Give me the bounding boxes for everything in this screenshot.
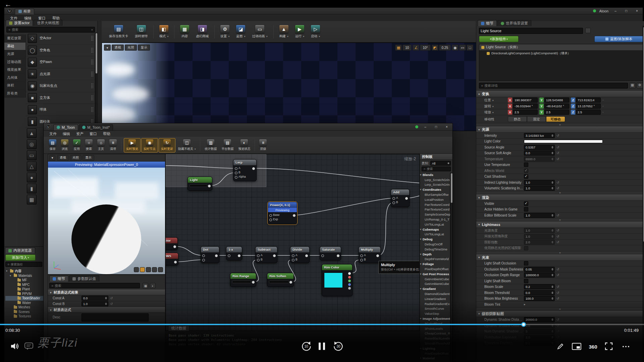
- toolbar-settings[interactable]: ⚙设置 ▾: [218, 24, 232, 40]
- preview-cycle-icon[interactable]: [152, 267, 157, 272]
- tab-world-settings[interactable]: 世界场景设置: [497, 20, 531, 26]
- mat-toolbar-search[interactable]: ○搜索: [83, 138, 95, 152]
- viewport-mode-0[interactable]: 透视: [112, 45, 124, 51]
- fullscreen-button[interactable]: [604, 342, 613, 351]
- output-pin[interactable]: [293, 214, 296, 217]
- input-pin[interactable]: [235, 176, 237, 179]
- input-pin[interactable]: [321, 254, 324, 257]
- palette-group[interactable]: ▾Cubemaps: [420, 227, 452, 232]
- content-tree-item[interactable]: ▾内容: [5, 269, 46, 274]
- preview-grid-icon[interactable]: [146, 267, 151, 272]
- progress-bar[interactable]: [0, 324, 644, 325]
- back-button[interactable]: ←: [5, 1, 11, 8]
- output-pin[interactable]: [348, 283, 351, 286]
- stairs-icon[interactable]: ▦: [27, 195, 37, 204]
- details-filter-icon[interactable]: ▦: [629, 83, 636, 88]
- checkbox[interactable]: [524, 261, 528, 265]
- graph-node-subtract[interactable]: SubtractAB: [255, 246, 277, 263]
- graph-node-pixnorm[interactable]: alWS: [165, 253, 178, 265]
- palette-item[interactable]: PanTextureCoord: [420, 202, 452, 207]
- graph-node-multiply[interactable]: MultiplyAB: [359, 246, 381, 263]
- output-pin[interactable]: [273, 254, 276, 257]
- place-item[interactable]: ☀点光源: [26, 68, 96, 80]
- pyramid-icon[interactable]: △: [27, 162, 37, 171]
- graph-node-power[interactable]: Power(X, 0.1)PreviewingBaseExp: [268, 202, 297, 225]
- material-menu-2[interactable]: 资产: [73, 131, 87, 137]
- checkbox[interactable]: [524, 246, 528, 250]
- palette-item[interactable]: PanTextureCoord: [420, 207, 452, 212]
- blueprint-add-script-button[interactable]: 蓝图/添加脚本: [594, 36, 643, 42]
- reset-icon[interactable]: ↺: [110, 296, 113, 300]
- output-pin[interactable]: [208, 185, 211, 187]
- graph-node-divide[interactable]: DivideAB: [290, 246, 310, 263]
- toolbar-save-level[interactable]: ▤保存当前关卡: [106, 24, 131, 40]
- toolbar-content[interactable]: ▦内容: [177, 24, 192, 40]
- transform-value-z[interactable]: 713.819214: [576, 98, 601, 103]
- graph-node-add[interactable]: AddAB: [391, 189, 410, 207]
- palette-item[interactable]: DepthFromWorld: [420, 257, 452, 262]
- transform-value-y[interactable]: -48.641102 °: [544, 104, 569, 109]
- place-item[interactable]: ●球体: [26, 104, 96, 116]
- output-pin[interactable]: [252, 281, 255, 284]
- snap-value[interactable]: 0.25: [439, 45, 451, 51]
- preview-scene[interactable]: [48, 168, 165, 274]
- palette-group[interactable]: ▾Gradient: [420, 286, 452, 291]
- component-tree-item[interactable]: Light Source（实例）: [479, 44, 643, 50]
- tab-details[interactable]: 细节: [478, 20, 497, 26]
- more-options-button[interactable]: [621, 345, 631, 348]
- output-pin[interactable]: [289, 281, 292, 284]
- mat-toolbar-apply[interactable]: ✓应用: [71, 138, 83, 152]
- minimize-button[interactable]: –: [612, 8, 619, 14]
- value-field[interactable]: 1.0: [524, 234, 555, 239]
- preview-lit-icon[interactable]: [140, 267, 145, 272]
- transform-value-x[interactable]: 190.968307: [513, 98, 538, 103]
- monitor-icon[interactable]: ▭: [459, 45, 466, 51]
- checkbox[interactable]: [524, 207, 528, 212]
- palette-group[interactable]: ▾Coordinates: [420, 187, 452, 192]
- input-pin[interactable]: [360, 254, 363, 257]
- section-header[interactable]: ▾变换: [476, 91, 644, 97]
- content-tree-item[interactable]: ▾Materials: [5, 274, 46, 278]
- mat-close-button[interactable]: ×: [443, 124, 450, 130]
- palette-search-input[interactable]: [427, 167, 449, 171]
- material-eye-icon[interactable]: ◐: [150, 283, 156, 288]
- 360-button[interactable]: 360: [587, 343, 599, 351]
- cylinder-icon[interactable]: ▮: [27, 184, 37, 193]
- graph-node-lerp[interactable]: LerpABAlpha: [233, 159, 257, 181]
- maximize-button[interactable]: □: [623, 8, 630, 14]
- palette-item[interactable]: UVRemap_0-1_T: [420, 217, 452, 222]
- input-pin[interactable]: [235, 172, 237, 174]
- close-button[interactable]: ×: [633, 8, 641, 14]
- material-menu-1[interactable]: 编辑: [60, 131, 73, 137]
- content-tree-item[interactable]: MPC: [5, 283, 46, 287]
- content-tree-item[interactable]: MF: [5, 278, 46, 283]
- output-pin[interactable]: [305, 254, 308, 257]
- viewport-mode-1[interactable]: 光照: [125, 45, 137, 51]
- place-item[interactable]: ◉玩家出生点: [26, 80, 96, 92]
- palette-item[interactable]: DebugTimeSine: [420, 247, 452, 252]
- palette-item[interactable]: PixelDepthOffset: [420, 266, 452, 272]
- value-field[interactable]: 0.2: [524, 284, 555, 289]
- palette-item[interactable]: DebugOnOff: [420, 242, 452, 247]
- input-pin[interactable]: [257, 259, 260, 261]
- transform-value-y[interactable]: 128.543488: [544, 98, 569, 103]
- input-pin[interactable]: [269, 219, 272, 221]
- reset-icon[interactable]: ↺: [556, 240, 559, 244]
- input-pin[interactable]: [292, 254, 294, 257]
- reset-icon[interactable]: ↺: [556, 285, 559, 289]
- advanced-expander[interactable]: ▼: [476, 123, 644, 126]
- mat-toolbar-browse[interactable]: ◎浏览: [59, 138, 70, 152]
- mat-toolbar-clean[interactable]: ≡清理: [107, 138, 119, 152]
- reset-icon[interactable]: ↺: [556, 145, 559, 149]
- input-pin[interactable]: [202, 254, 205, 257]
- palette-item[interactable]: LocalPosition: [420, 197, 452, 202]
- mat-toolbar-hide-unrelated[interactable]: ◫隐藏不相关 ▾: [176, 138, 198, 152]
- color-swatch[interactable]: [524, 140, 603, 143]
- node-color-swatch[interactable]: [324, 273, 343, 288]
- mat-toolbar-live-preview[interactable]: ▶实时预览: [124, 138, 141, 153]
- content-browser-tab[interactable]: 内容浏览器: [5, 247, 35, 253]
- output-pin[interactable]: [252, 167, 255, 170]
- progress-knob[interactable]: [521, 322, 526, 327]
- toolbar-build[interactable]: ▲构建 ▾: [277, 24, 291, 40]
- material-filter-icon[interactable]: ▦: [143, 283, 148, 288]
